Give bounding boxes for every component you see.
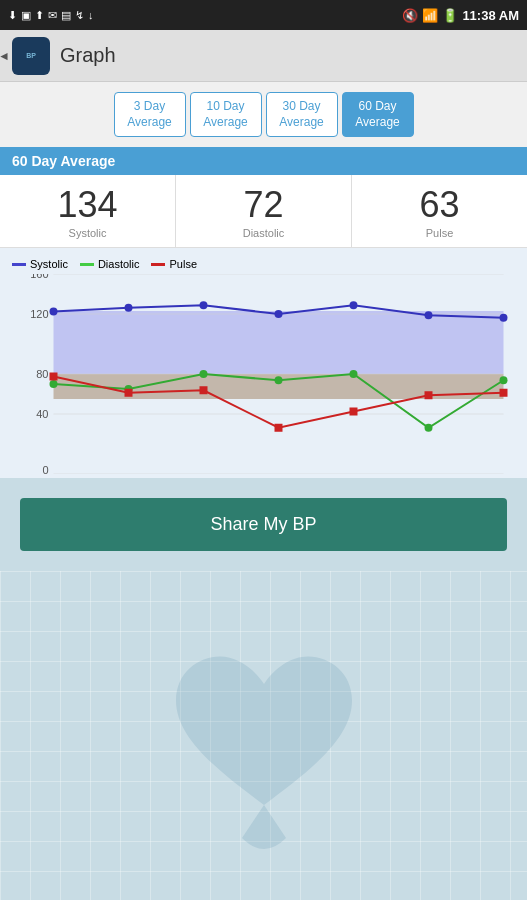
chart-area: Systolic Diastolic Pulse 160 120 80 40 0 (0, 248, 527, 478)
svg-text:0: 0 (42, 464, 48, 474)
diastolic-value: 72 (180, 187, 347, 223)
watermark (154, 629, 374, 853)
period-banner: 60 Day Average (0, 147, 527, 175)
svg-point-16 (350, 301, 358, 309)
upload-icon: ⬆ (35, 9, 44, 22)
tab-3day[interactable]: 3 DayAverage (114, 92, 186, 137)
svg-point-22 (275, 376, 283, 384)
status-bar: ⬇ ▣ ⬆ ✉ ▤ ↯ ↓ 🔇 📶 🔋 11:38 AM (0, 0, 527, 30)
svg-text:120: 120 (30, 308, 48, 320)
mute-icon: 🔇 (402, 8, 418, 23)
svg-rect-31 (425, 391, 433, 399)
svg-text:40: 40 (36, 408, 48, 420)
clock: 11:38 AM (462, 8, 519, 23)
legend-pulse-label: Pulse (169, 258, 197, 270)
svg-rect-27 (125, 389, 133, 397)
svg-rect-0 (54, 311, 504, 374)
monitor-icon: ▤ (61, 9, 71, 22)
svg-rect-29 (275, 424, 283, 432)
svg-text:160: 160 (30, 274, 48, 280)
mail-icon: ✉ (48, 9, 57, 22)
svg-point-19 (50, 380, 58, 388)
svg-point-15 (275, 310, 283, 318)
image-icon: ▣ (21, 9, 31, 22)
status-right: 🔇 📶 🔋 11:38 AM (402, 8, 519, 23)
header: BP Graph (0, 30, 527, 82)
legend-pulse: Pulse (151, 258, 197, 270)
svg-point-12 (50, 308, 58, 316)
diastolic-label: Diastolic (180, 227, 347, 239)
stats-row: 134 Systolic 72 Diastolic 63 Pulse (0, 175, 527, 248)
svg-point-25 (500, 376, 508, 384)
share-bp-button[interactable]: Share My BP (20, 498, 507, 551)
legend-diastolic-label: Diastolic (98, 258, 140, 270)
download-icon: ⬇ (8, 9, 17, 22)
systolic-stat: 134 Systolic (0, 175, 176, 247)
tab-60day[interactable]: 60 DayAverage (342, 92, 414, 137)
tab-30day[interactable]: 30 DayAverage (266, 92, 338, 137)
pulse-label: Pulse (356, 227, 523, 239)
legend-systolic: Systolic (12, 258, 68, 270)
battery-icon: 🔋 (442, 8, 458, 23)
diastolic-stat: 72 Diastolic (176, 175, 352, 247)
line-chart: 160 120 80 40 0 (4, 274, 523, 474)
tab-bar: 3 DayAverage 10 DayAverage 30 DayAverage… (0, 82, 527, 147)
svg-point-14 (200, 301, 208, 309)
svg-point-13 (125, 304, 133, 312)
pulse-stat: 63 Pulse (352, 175, 527, 247)
svg-point-24 (425, 424, 433, 432)
svg-rect-30 (350, 408, 358, 416)
tab-10day[interactable]: 10 DayAverage (190, 92, 262, 137)
signal-icon: ↯ (75, 9, 84, 22)
app-icon: BP (12, 37, 50, 75)
chart-legend: Systolic Diastolic Pulse (4, 256, 523, 274)
svg-rect-26 (50, 373, 58, 381)
page-title: Graph (60, 44, 116, 67)
svg-point-17 (425, 311, 433, 319)
wifi-icon: 📶 (422, 8, 438, 23)
background-area (0, 571, 527, 900)
systolic-value: 134 (4, 187, 171, 223)
status-icons-left: ⬇ ▣ ⬆ ✉ ▤ ↯ ↓ (8, 9, 94, 22)
svg-text:80: 80 (36, 368, 48, 380)
systolic-label: Systolic (4, 227, 171, 239)
legend-diastolic: Diastolic (80, 258, 140, 270)
arrow-down-icon: ↓ (88, 9, 94, 21)
svg-point-18 (500, 314, 508, 322)
svg-point-23 (350, 370, 358, 378)
svg-point-21 (200, 370, 208, 378)
pulse-value: 63 (356, 187, 523, 223)
legend-systolic-label: Systolic (30, 258, 68, 270)
svg-rect-32 (500, 389, 508, 397)
svg-rect-28 (200, 386, 208, 394)
